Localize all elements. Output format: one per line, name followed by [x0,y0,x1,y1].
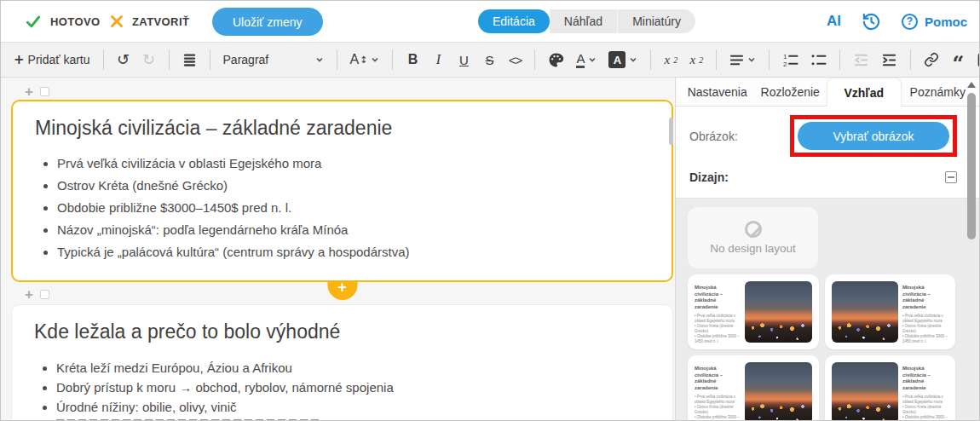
close-label: ZATVORIŤ [132,15,189,28]
ai-button[interactable]: AI [827,13,841,30]
close-icon [110,14,124,28]
link-button[interactable] [919,47,943,72]
card-bullet[interactable]: Obdobie približne $3000–1450$ pred n. l. [57,197,649,219]
card-select-checkbox[interactable] [40,87,49,96]
design-thumb-bullet: Obdobie približne 3000 – 1450 pred n. l. [695,334,741,343]
italic-button[interactable]: I [427,47,449,72]
paragraph-style-dropdown[interactable]: Paragraf [219,47,328,72]
card-bullet[interactable]: Kréta leží medzi Európou, Áziou a Afriko… [56,358,650,378]
underline-button[interactable]: U [453,47,475,72]
strikethrough-button[interactable]: S [478,47,500,72]
align-icon [729,53,744,67]
chevron-down-icon [371,55,379,64]
tab-nahlad[interactable]: Náhľad [550,9,617,33]
card-title[interactable]: Minojská civilizácia – základné zaradeni… [35,115,649,141]
collapse-section-icon[interactable] [945,171,957,183]
template-code-icon [977,52,980,68]
indent-icon [881,52,897,68]
card-bullet[interactable]: Dobrý prístup k moru → obchod, rybolov, … [56,378,650,397]
editor-scrollbar-thumb[interactable] [669,118,673,145]
outdent-button[interactable] [849,47,873,72]
font-size-dropdown[interactable]: A ↕ [346,47,384,72]
close-button[interactable]: ZATVORIŤ [110,1,189,42]
link-icon [924,52,939,67]
superscript-base: x [665,53,671,67]
add-card-button[interactable]: + Pridať kartu [9,47,95,72]
highlight-color-dropdown[interactable]: A [604,47,642,72]
design-grid: Minojská civilizácia – základné zaradeni… [688,274,955,420]
layers-icon [182,53,197,67]
blockquote-button[interactable]: “ [947,47,969,72]
save-changes-button[interactable]: Uložiť zmeny [212,8,323,36]
redo-button[interactable]: ↻ [138,47,160,72]
layers-button[interactable] [178,47,201,72]
design-thumb-bullet: Prvá veľká civilizácia v oblasti Egejské… [695,395,741,405]
panel-tabs: Nastavenia Rozloženie Vzhľad Poznámky [676,78,979,107]
card-bullet[interactable]: Prvá veľká civilizácia v oblasti Egejské… [57,153,649,175]
toolbar-separator [650,49,651,70]
design-thumb-bullet: Obdobie približne 3000 – 1450 pred n. l. [902,334,948,343]
card-bullet[interactable]: Názov „minojská“: podľa legendárneho krá… [57,219,649,241]
history-icon[interactable] [862,12,881,32]
bold-button[interactable]: B [401,47,424,72]
toolbar-separator [534,49,535,70]
done-button[interactable]: HOTOVO [25,1,101,42]
tab-poznamky[interactable]: Poznámky [902,78,975,106]
design-thumb-bullet: Ostrov Kréta (dnešné Grécko) [695,324,741,334]
card-bullet[interactable]: Ostrov Kréta (dnešné Grécko) [57,175,649,197]
card-location[interactable]: Kde ležala a prečo to bolo výhodné Kréta… [11,304,673,420]
tab-rozlozenie[interactable]: Rozloženie [754,78,827,106]
design-thumb-bullet: Ostrov Kréta (dnešné Grécko) [902,324,948,334]
insert-template-dropdown[interactable] [972,47,980,72]
card-title[interactable]: Kde ležala a prečo to bolo výhodné [34,319,650,344]
design-label: Dizajn: [689,170,729,184]
card-minoan-intro[interactable]: Minojská civilizácia – základné zaradeni… [11,100,673,282]
font-size-letter: A [350,52,360,67]
chevron-down-icon [588,55,597,64]
updown-arrow-icon: ↕ [360,55,367,65]
indent-button[interactable] [877,47,902,72]
design-thumbnail[interactable]: Minojská civilizácia – základné zaradeni… [825,274,956,349]
ordered-list-button[interactable]: 12 [778,47,803,72]
text-color-dropdown[interactable]: A [572,47,601,72]
design-thumb-title: Minojská civilizácia – základné zaradeni… [695,366,741,391]
design-thumb-bullet: Ostrov Kréta (dnešné Grécko) [695,405,741,415]
bullet-list-button[interactable] [806,47,831,72]
properties-panel: Nastavenia Rozloženie Vzhľad Poznámky Ob… [675,78,979,420]
superscript-button[interactable]: x2 [660,47,682,72]
design-thumb-bullet: Ostrov Kréta (dnešné Grécko) [902,405,948,415]
no-design-layout-option[interactable]: No design layout [688,207,818,268]
tab-editacia[interactable]: Editácia [478,9,550,33]
tab-nastavenia[interactable]: Nastavenia [681,78,754,106]
toolbar-separator [392,49,393,70]
scroll-up-arrow-icon[interactable] [967,82,976,88]
align-dropdown[interactable] [725,47,760,72]
clipped-bullet-line [56,419,320,420]
help-label: Pomoc [925,14,967,29]
undo-button[interactable]: ↺ [112,47,135,72]
insert-card-plus-icon[interactable]: + [25,287,33,302]
design-thumbnail[interactable]: Minojská civilizácia – základné zaradeni… [688,274,819,349]
check-icon [25,13,42,30]
view-mode-tabs: Editácia Náhľad Miniatúry [478,9,695,33]
paragraph-style-value: Paragraf [223,53,269,66]
tab-vzhlad[interactable]: Vzhľad [827,78,902,107]
appearance-section: Obrázok: Vybrať obrázok Dizajn: [676,107,979,199]
card-bullet[interactable]: Úrodné nížiny: obilie, olivy, vinič [56,397,650,417]
card-bullet[interactable]: Typická je „palácová kultúra“ (centrum s… [57,241,649,263]
design-thumbnail[interactable]: Minojská civilizácia – základné zaradeni… [825,355,956,420]
design-thumb-sunset-image [745,362,811,420]
design-thumbnail[interactable]: Minojská civilizácia – základné zaradeni… [688,355,819,420]
insert-card-plus-icon[interactable]: + [25,84,33,99]
card-select-checkbox[interactable] [40,290,49,299]
tab-miniatury[interactable]: Miniatúry [617,9,695,33]
inline-code-button[interactable]: <> [504,47,526,72]
palette-button[interactable] [544,47,568,72]
panel-scrollbar-thumb[interactable] [967,93,976,239]
select-image-button[interactable]: Vybrať obrázok [798,122,949,150]
toolbar-separator [103,49,104,70]
help-button[interactable]: ? Pomoc [902,14,967,30]
subscript-button[interactable]: x2 [685,47,707,72]
ordered-list-icon: 12 [782,52,798,68]
toolbar-separator [769,49,770,70]
